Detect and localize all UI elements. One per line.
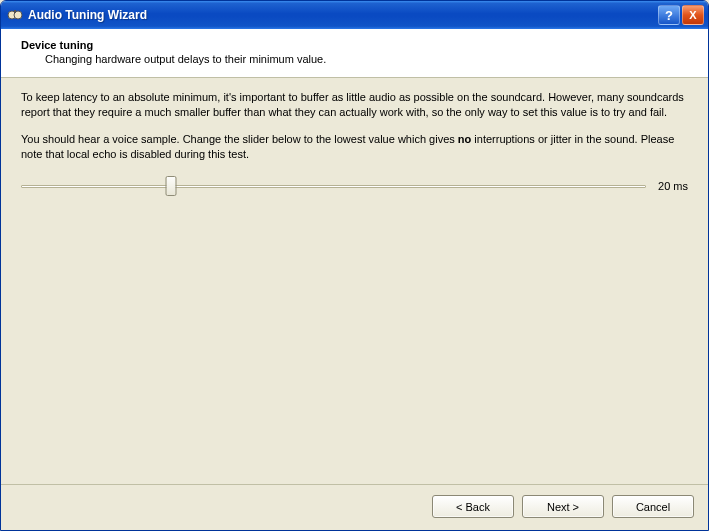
slider-track (21, 185, 646, 188)
close-button[interactable]: X (682, 5, 704, 25)
page-subtitle: Changing hardware output delays to their… (45, 53, 688, 65)
slider-value-label: 20 ms (658, 179, 688, 194)
para2-pre: You should hear a voice sample. Change t… (21, 133, 458, 145)
instruction-paragraph-2: You should hear a voice sample. Change t… (21, 132, 688, 162)
wizard-button-bar: < Back Next > Cancel (1, 484, 708, 530)
wizard-window: Audio Tuning Wizard ? X Device tuning Ch… (0, 0, 709, 531)
latency-slider[interactable] (21, 174, 646, 198)
instruction-paragraph-1: To keep latency to an absolute minimum, … (21, 90, 688, 120)
page-title: Device tuning (21, 39, 688, 51)
slider-thumb[interactable] (166, 176, 177, 196)
wizard-content: To keep latency to an absolute minimum, … (1, 78, 708, 484)
window-title: Audio Tuning Wizard (28, 8, 656, 22)
cancel-button[interactable]: Cancel (612, 495, 694, 518)
next-button[interactable]: Next > (522, 495, 604, 518)
latency-slider-row: 20 ms (21, 174, 688, 198)
wizard-header: Device tuning Changing hardware output d… (1, 29, 708, 78)
svg-rect-2 (14, 10, 16, 13)
app-icon (7, 7, 23, 23)
back-button[interactable]: < Back (432, 495, 514, 518)
help-button[interactable]: ? (658, 5, 680, 25)
close-icon: X (689, 9, 696, 21)
titlebar: Audio Tuning Wizard ? X (1, 1, 708, 29)
para2-bold: no (458, 133, 471, 145)
help-icon: ? (665, 8, 673, 23)
